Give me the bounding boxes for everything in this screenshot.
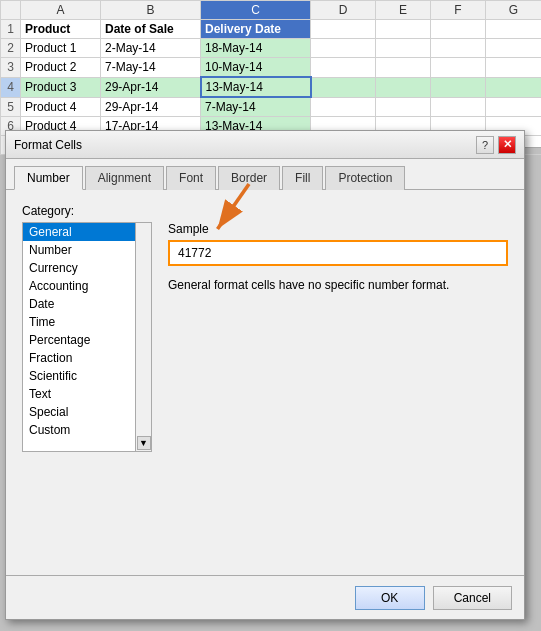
tab-font[interactable]: Font: [166, 166, 216, 190]
cell-b3[interactable]: 7-May-14: [101, 58, 201, 78]
sample-value: 41772: [178, 246, 211, 260]
cell-g3[interactable]: [486, 58, 542, 78]
category-item-number[interactable]: Number: [23, 241, 135, 259]
cell-e5[interactable]: [376, 97, 431, 117]
corner-header: [1, 1, 21, 20]
cell-d5[interactable]: [311, 97, 376, 117]
right-panel: Sample 41772 General format cells have n…: [168, 222, 508, 452]
list-with-scroll: General Number Currency Accounting Date …: [22, 222, 152, 452]
sample-box: 41772: [168, 240, 508, 266]
row-num: 2: [1, 39, 21, 58]
row-num: 5: [1, 97, 21, 117]
dialog-title: Format Cells: [14, 138, 82, 152]
tab-border[interactable]: Border: [218, 166, 280, 190]
cell-c3[interactable]: 10-May-14: [201, 58, 311, 78]
tabs-container: Number Alignment Font Border Fill Protec…: [6, 159, 524, 190]
cell-f2[interactable]: [431, 39, 486, 58]
category-item-percentage[interactable]: Percentage: [23, 331, 135, 349]
col-f-header[interactable]: F: [431, 1, 486, 20]
dialog-body: Category: General Number Currency Accoun…: [6, 190, 524, 466]
cell-b2[interactable]: 2-May-14: [101, 39, 201, 58]
cell-e1[interactable]: [376, 20, 431, 39]
cell-f4[interactable]: [431, 77, 486, 97]
cell-d4[interactable]: [311, 77, 376, 97]
cell-b5[interactable]: 29-Apr-14: [101, 97, 201, 117]
col-b-header[interactable]: B: [101, 1, 201, 20]
table-row[interactable]: 5 Product 4 29-Apr-14 7-May-14: [1, 97, 542, 117]
row-num: 4: [1, 77, 21, 97]
cell-g4[interactable]: [486, 77, 542, 97]
col-c-header[interactable]: C: [201, 1, 311, 20]
help-button[interactable]: ?: [476, 136, 494, 154]
tab-protection[interactable]: Protection: [325, 166, 405, 190]
cell-g2[interactable]: [486, 39, 542, 58]
description-text: General format cells have no specific nu…: [168, 276, 508, 294]
format-cells-dialog: Format Cells ? ✕ Number Alignment Font B…: [5, 130, 525, 620]
cell-g5[interactable]: [486, 97, 542, 117]
table-row[interactable]: 2 Product 1 2-May-14 18-May-14: [1, 39, 542, 58]
tab-alignment[interactable]: Alignment: [85, 166, 164, 190]
cell-e4[interactable]: [376, 77, 431, 97]
row-num: 3: [1, 58, 21, 78]
col-a-header[interactable]: A: [21, 1, 101, 20]
cell-c1[interactable]: Delivery Date: [201, 20, 311, 39]
category-label: Category:: [22, 204, 508, 218]
category-item-time[interactable]: Time: [23, 313, 135, 331]
cell-a1[interactable]: Product: [21, 20, 101, 39]
close-button[interactable]: ✕: [498, 136, 516, 154]
dialog-controls: ? ✕: [476, 136, 516, 154]
tab-fill[interactable]: Fill: [282, 166, 323, 190]
cell-d1[interactable]: [311, 20, 376, 39]
category-list-wrapper: General Number Currency Accounting Date …: [22, 222, 152, 452]
category-item-fraction[interactable]: Fraction: [23, 349, 135, 367]
ok-button[interactable]: OK: [355, 586, 425, 610]
category-item-currency[interactable]: Currency: [23, 259, 135, 277]
cancel-button[interactable]: Cancel: [433, 586, 512, 610]
cell-a5[interactable]: Product 4: [21, 97, 101, 117]
col-g-header[interactable]: G: [486, 1, 542, 20]
cell-b4[interactable]: 29-Apr-14: [101, 77, 201, 97]
cell-f3[interactable]: [431, 58, 486, 78]
cell-c4[interactable]: 13-May-14: [201, 77, 311, 97]
cell-a2[interactable]: Product 1: [21, 39, 101, 58]
col-e-header[interactable]: E: [376, 1, 431, 20]
dialog-titlebar: Format Cells ? ✕: [6, 131, 524, 159]
scroll-down-arrow[interactable]: ▼: [137, 436, 151, 450]
cell-a3[interactable]: Product 2: [21, 58, 101, 78]
cell-c2[interactable]: 18-May-14: [201, 39, 311, 58]
category-item-custom[interactable]: Custom: [23, 421, 135, 439]
cell-g1[interactable]: [486, 20, 542, 39]
category-item-special[interactable]: Special: [23, 403, 135, 421]
row-num: 1: [1, 20, 21, 39]
category-list[interactable]: General Number Currency Accounting Date …: [22, 222, 136, 452]
tab-number[interactable]: Number: [14, 166, 83, 190]
cell-d2[interactable]: [311, 39, 376, 58]
cell-e2[interactable]: [376, 39, 431, 58]
cell-f1[interactable]: [431, 20, 486, 39]
cell-f5[interactable]: [431, 97, 486, 117]
cell-a4[interactable]: Product 3: [21, 77, 101, 97]
col-d-header[interactable]: D: [311, 1, 376, 20]
dialog-content: General Number Currency Accounting Date …: [22, 222, 508, 452]
category-item-general[interactable]: General: [23, 223, 135, 241]
table-row[interactable]: 4 Product 3 29-Apr-14 13-May-14: [1, 77, 542, 97]
category-item-scientific[interactable]: Scientific: [23, 367, 135, 385]
table-row[interactable]: 1 Product Date of Sale Delivery Date: [1, 20, 542, 39]
category-scrollbar[interactable]: ▼: [136, 222, 152, 452]
cell-e3[interactable]: [376, 58, 431, 78]
sample-label: Sample: [168, 222, 508, 236]
category-item-date[interactable]: Date: [23, 295, 135, 313]
spreadsheet: A B C D E F G 1 Product Date of Sale Del…: [0, 0, 541, 148]
cell-d3[interactable]: [311, 58, 376, 78]
category-item-text[interactable]: Text: [23, 385, 135, 403]
dialog-footer: OK Cancel: [6, 575, 524, 619]
category-item-accounting[interactable]: Accounting: [23, 277, 135, 295]
table-row[interactable]: 3 Product 2 7-May-14 10-May-14: [1, 58, 542, 78]
cell-b1[interactable]: Date of Sale: [101, 20, 201, 39]
cell-c5[interactable]: 7-May-14: [201, 97, 311, 117]
